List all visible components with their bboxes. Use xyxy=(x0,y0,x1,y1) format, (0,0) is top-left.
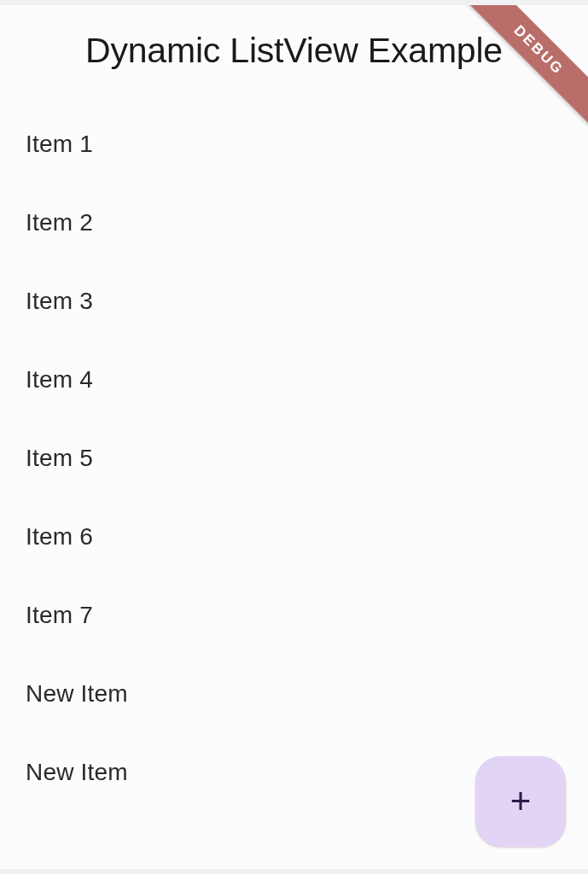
app-scaffold: Dynamic ListView Example Item 1 Item 2 I… xyxy=(0,5,588,869)
add-item-button[interactable]: + xyxy=(475,756,566,847)
list-item[interactable]: Item 5 xyxy=(26,419,562,498)
list-item[interactable]: Item 4 xyxy=(26,341,562,419)
list-item[interactable]: New Item xyxy=(26,655,562,733)
app-bar: Dynamic ListView Example xyxy=(0,5,588,88)
list-item[interactable]: Item 2 xyxy=(26,184,562,262)
list-item[interactable]: Item 6 xyxy=(26,498,562,576)
page-title: Dynamic ListView Example xyxy=(85,31,503,71)
list-item[interactable]: Item 1 xyxy=(26,105,562,184)
list-view[interactable]: Item 1 Item 2 Item 3 Item 4 Item 5 Item … xyxy=(0,88,588,829)
plus-icon: + xyxy=(510,784,532,819)
list-item[interactable]: Item 3 xyxy=(26,262,562,341)
list-item[interactable]: Item 7 xyxy=(26,576,562,655)
